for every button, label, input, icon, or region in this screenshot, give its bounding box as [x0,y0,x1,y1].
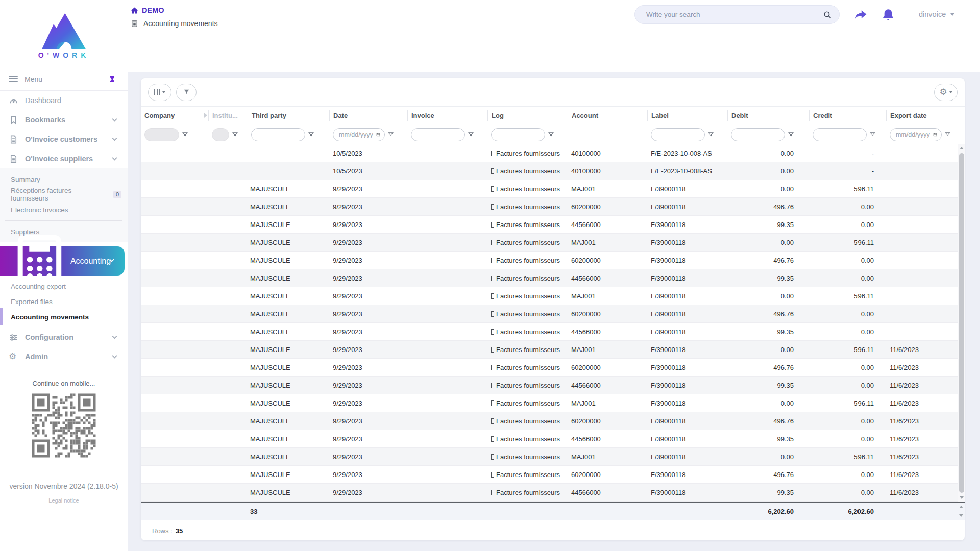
bookmark-icon [9,115,18,125]
cell-credit: 0.00 [809,203,886,211]
accounting-submenu: Accounting export Exported files Account… [0,276,128,328]
sidebar-item-oinvoice-suppliers[interactable]: O'Invoice suppliers [0,149,128,168]
funnel-icon[interactable] [944,131,951,138]
notifications-bell-icon[interactable] [881,8,895,22]
count-badge: 0 [113,191,121,198]
cell-credit: 0.00 [809,274,886,282]
app-logo[interactable]: O'WORK [0,0,128,67]
vertical-scrollbar[interactable] [958,144,965,502]
cell-export-date: 11/6/2023 [886,382,958,389]
cell-label: F/39000118 [647,364,727,371]
table-settings-button[interactable]: ⚙ [934,84,958,101]
funnel-icon[interactable] [308,131,314,138]
column-header-third-party[interactable]: Third party [248,110,329,121]
funnel-icon[interactable] [788,131,794,138]
column-header-log[interactable]: Log [487,110,568,121]
funnel-icon[interactable] [182,131,188,138]
scrollbar-thumb[interactable] [959,153,964,493]
filter-debit-input[interactable] [731,128,785,141]
search-input[interactable] [646,11,823,18]
dashboard-gauge-icon [9,96,18,106]
column-header-export-date[interactable]: Export date [886,110,958,121]
column-header-account[interactable]: Account [568,110,647,121]
filter-credit-input[interactable] [813,128,867,141]
sidebar-item-accounting-export[interactable]: Accounting export [0,279,128,294]
funnel-icon[interactable] [869,131,876,138]
filter-label-input[interactable] [651,128,705,141]
sidebar-item-dashboard[interactable]: Dashboard [0,91,128,110]
table-row[interactable]: MAJUSCULE9/29/2023Factures fournisseurs4… [141,269,958,287]
scroll-down-arrow[interactable] [959,514,963,517]
table-row[interactable]: 10/5/2023Factures fournisseurs40100000F/… [141,162,958,180]
breadcrumb-home[interactable]: DEMO [131,6,218,14]
scroll-up-arrow[interactable] [960,147,964,149]
table-row[interactable]: MAJUSCULE9/29/2023Factures fournisseurs6… [141,412,958,430]
table-row[interactable]: MAJUSCULE9/29/2023Factures fournisseurs6… [141,198,958,216]
scroll-up-arrow[interactable] [959,506,963,508]
pin-menu-icon[interactable] [108,75,116,83]
funnel-icon[interactable] [468,131,474,138]
sidebar-item-summary[interactable]: Summary [0,171,128,187]
table-row[interactable]: MAJUSCULE9/29/2023Factures fournisseurs6… [141,466,958,484]
hamburger-menu-icon[interactable] [9,76,18,83]
table-row[interactable]: MAJUSCULE9/29/2023Factures fournisseurs6… [141,252,958,269]
table-row[interactable]: MAJUSCULE9/29/2023Factures fournisseurs6… [141,305,958,323]
column-header-label[interactable]: Label [647,110,727,121]
filter-company-input [144,128,179,141]
sidebar-item-receptions[interactable]: Réceptions factures fournisseurs 0 [0,187,128,202]
share-icon[interactable] [853,8,868,22]
funnel-icon[interactable] [387,131,394,138]
table-row[interactable]: MAJUSCULE9/29/2023Factures fournisseursM… [141,448,958,466]
columns-button[interactable] [148,84,172,101]
column-header-invoice[interactable]: Invoice [407,110,487,121]
table-row[interactable]: MAJUSCULE9/29/2023Factures fournisseurs4… [141,430,958,448]
sidebar-item-exported-files[interactable]: Exported files [0,294,128,309]
filter-invoice-input[interactable] [411,128,465,141]
filter-third-party-input[interactable] [251,128,305,141]
cell-credit: 0.00 [809,221,886,229]
table-row[interactable]: MAJUSCULE9/29/2023Factures fournisseurs4… [141,377,958,394]
cell-log: Factures fournisseurs [487,292,568,300]
sidebar-item-accounting-movements[interactable]: Accounting movements [0,309,128,324]
filter-date-input[interactable]: mm/dd/yyyy [333,128,385,141]
chevron-down-icon [162,91,165,93]
sidebar-item-oinvoice-customers[interactable]: O'Invoice customers [0,130,128,149]
sidebar-item-bookmarks[interactable]: Bookmarks [0,110,128,130]
sidebar-item-configuration[interactable]: Configuration [0,328,128,347]
cell-date: 9/29/2023 [329,399,407,407]
column-header-institution[interactable]: Institu... [208,110,248,121]
cell-credit: 596.11 [809,453,886,461]
mobile-hint-text: Continue on mobile... [0,380,128,387]
table-row[interactable]: MAJUSCULE9/29/2023Factures fournisseurs4… [141,216,958,234]
column-header-credit[interactable]: Credit [809,110,886,121]
cell-date: 10/5/2023 [329,149,407,157]
table-row[interactable]: MAJUSCULE9/29/2023Factures fournisseurs6… [141,359,958,377]
filter-export-date-input[interactable]: mm/dd/yyyy [890,128,942,141]
cell-third-party: MAJUSCULE [248,257,329,264]
cell-credit: 596.11 [809,239,886,246]
sidebar-item-suppliers[interactable]: Suppliers [0,224,128,239]
user-dropdown[interactable]: dinvoice [919,10,954,18]
table-row[interactable]: MAJUSCULE9/29/2023Factures fournisseurs4… [141,484,958,502]
table-row[interactable]: 10/5/2023Factures fournisseurs40100000F/… [141,144,958,162]
funnel-icon[interactable] [707,131,714,138]
table-row[interactable]: MAJUSCULE9/29/2023Factures fournisseursM… [141,287,958,305]
filter-button[interactable] [176,84,197,101]
table-row[interactable]: MAJUSCULE9/29/2023Factures fournisseurs4… [141,323,958,341]
column-header-date[interactable]: Date [329,110,407,121]
table-row[interactable]: MAJUSCULE9/29/2023Factures fournisseursM… [141,394,958,412]
filter-log-input[interactable] [491,128,545,141]
search-icon[interactable] [823,10,832,19]
legal-notice-link[interactable]: Legal notice [0,497,128,504]
column-header-company[interactable]: Company [141,110,208,121]
funnel-icon[interactable] [548,131,554,138]
column-header-debit[interactable]: Debit [727,110,809,121]
sidebar-item-accounting[interactable]: Accounting [0,246,125,276]
funnel-icon[interactable] [232,131,238,138]
sidebar-item-electronic-invoices[interactable]: Electronic Invoices [0,202,128,217]
table-row[interactable]: MAJUSCULE9/29/2023Factures fournisseursM… [141,180,958,198]
sidebar-item-admin[interactable]: ⚙ Admin [0,347,128,366]
scroll-down-arrow[interactable] [960,496,964,499]
table-row[interactable]: MAJUSCULE9/29/2023Factures fournisseursM… [141,341,958,359]
table-row[interactable]: MAJUSCULE9/29/2023Factures fournisseursM… [141,234,958,252]
